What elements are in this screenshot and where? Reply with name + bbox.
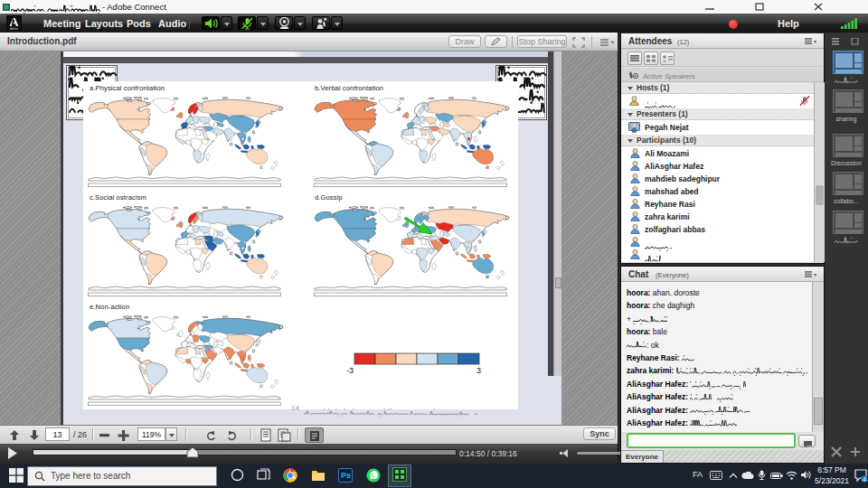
svg-text:4: 4 bbox=[863, 476, 866, 483]
svg-text:3: 3 bbox=[476, 366, 481, 375]
svg-text:Adobe: Adobe bbox=[10, 27, 18, 31]
svg-text:-3: -3 bbox=[346, 366, 354, 375]
